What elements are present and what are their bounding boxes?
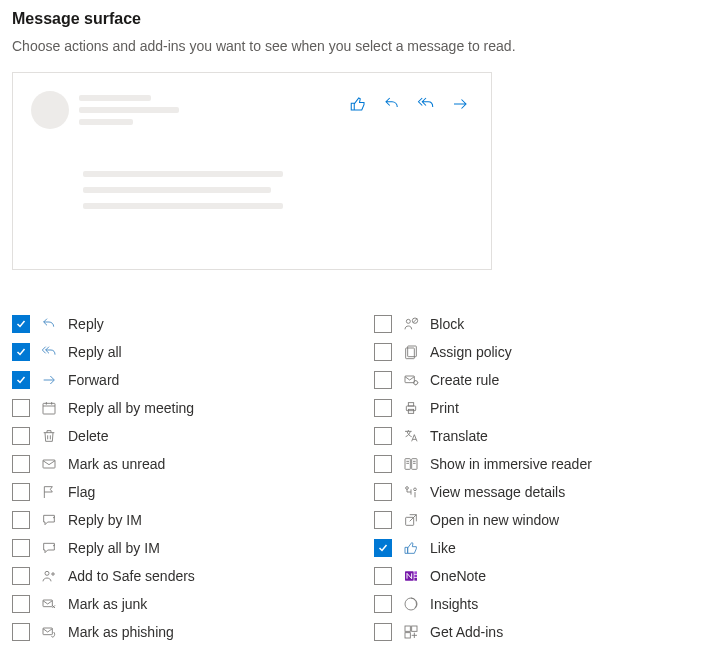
action-row-immersive[interactable]: Show in immersive reader (374, 450, 704, 478)
action-row-onenote[interactable]: OneNote (374, 562, 704, 590)
action-label: Translate (430, 428, 488, 444)
checkbox-create-rule[interactable] (374, 371, 392, 389)
action-label: Mark as phishing (68, 624, 174, 640)
action-label: Reply all by IM (68, 540, 160, 556)
action-label: Mark as junk (68, 596, 147, 612)
checkbox-reply-all[interactable] (12, 343, 30, 361)
reply-icon (383, 95, 401, 117)
action-row-get-addins[interactable]: Get Add-ins (374, 618, 704, 646)
checkbox-mark-junk[interactable] (12, 595, 30, 613)
action-label: Reply all (68, 344, 122, 360)
action-row-insights[interactable]: Insights (374, 590, 704, 618)
checkbox-reply-meeting[interactable] (12, 399, 30, 417)
action-row-flag[interactable]: Flag (12, 478, 342, 506)
action-row-mark-unread[interactable]: Mark as unread (12, 450, 342, 478)
checkbox-like[interactable] (374, 539, 392, 557)
phishing-icon (40, 623, 58, 641)
action-label: Open in new window (430, 512, 559, 528)
reply-icon (40, 315, 58, 333)
action-row-forward[interactable]: Forward (12, 366, 342, 394)
action-label: Assign policy (430, 344, 512, 360)
flag-icon (40, 483, 58, 501)
action-label: Reply (68, 316, 104, 332)
print-icon (402, 399, 420, 417)
details-icon (402, 483, 420, 501)
addins-icon (402, 623, 420, 641)
action-label: Mark as unread (68, 456, 165, 472)
action-label: Insights (430, 596, 478, 612)
forward-icon (40, 371, 58, 389)
action-row-assign-policy[interactable]: Assign policy (374, 338, 704, 366)
checkbox-immersive[interactable] (374, 455, 392, 473)
action-row-reply-all[interactable]: Reply all (12, 338, 342, 366)
block-icon (402, 315, 420, 333)
action-label: View message details (430, 484, 565, 500)
like-icon (402, 539, 420, 557)
checkbox-reply-im[interactable] (12, 511, 30, 529)
action-label: Print (430, 400, 459, 416)
action-row-mark-junk[interactable]: Mark as junk (12, 590, 342, 618)
reader-icon (402, 455, 420, 473)
like-icon (349, 95, 367, 117)
checkbox-assign-policy[interactable] (374, 343, 392, 361)
action-row-print[interactable]: Print (374, 394, 704, 422)
checkbox-reply-all-im[interactable] (12, 539, 30, 557)
checkbox-new-window[interactable] (374, 511, 392, 529)
checkbox-delete[interactable] (12, 427, 30, 445)
action-row-delete[interactable]: Delete (12, 422, 342, 450)
skeleton-line (79, 95, 151, 101)
checkbox-safe-senders[interactable] (12, 567, 30, 585)
policy-icon (402, 343, 420, 361)
im-icon (40, 511, 58, 529)
action-row-reply-all-im[interactable]: Reply all by IM (12, 534, 342, 562)
action-row-safe-senders[interactable]: Add to Safe senders (12, 562, 342, 590)
checkbox-block[interactable] (374, 315, 392, 333)
preview-toolbar (349, 95, 469, 117)
action-label: Add to Safe senders (68, 568, 195, 584)
calendar-icon (40, 399, 58, 417)
action-label: Get Add-ins (430, 624, 503, 640)
checkbox-mark-unread[interactable] (12, 455, 30, 473)
action-label: Reply all by meeting (68, 400, 194, 416)
action-row-mark-phishing[interactable]: Mark as phishing (12, 618, 342, 646)
trash-icon (40, 427, 58, 445)
skeleton-line (83, 203, 283, 209)
checkbox-mark-phishing[interactable] (12, 623, 30, 641)
action-row-new-window[interactable]: Open in new window (374, 506, 704, 534)
action-label: Flag (68, 484, 95, 500)
im-icon (40, 539, 58, 557)
translate-icon (402, 427, 420, 445)
checkbox-flag[interactable] (12, 483, 30, 501)
rule-icon (402, 371, 420, 389)
checkbox-onenote[interactable] (374, 567, 392, 585)
page-subtitle: Choose actions and add-ins you want to s… (12, 38, 716, 54)
action-label: Delete (68, 428, 108, 444)
avatar-placeholder (31, 91, 69, 129)
checkbox-view-details[interactable] (374, 483, 392, 501)
checkbox-get-addins[interactable] (374, 623, 392, 641)
checkbox-forward[interactable] (12, 371, 30, 389)
checkbox-translate[interactable] (374, 427, 392, 445)
action-row-view-details[interactable]: View message details (374, 478, 704, 506)
action-row-create-rule[interactable]: Create rule (374, 366, 704, 394)
skeleton-line (83, 171, 283, 177)
action-label: Block (430, 316, 464, 332)
checkbox-insights[interactable] (374, 595, 392, 613)
page-title: Message surface (12, 10, 716, 28)
checkbox-print[interactable] (374, 399, 392, 417)
action-label: Like (430, 540, 456, 556)
action-row-translate[interactable]: Translate (374, 422, 704, 450)
message-preview (12, 72, 492, 270)
action-row-reply-meeting[interactable]: Reply all by meeting (12, 394, 342, 422)
action-label: Reply by IM (68, 512, 142, 528)
junk-icon (40, 595, 58, 613)
checkbox-reply[interactable] (12, 315, 30, 333)
action-row-reply[interactable]: Reply (12, 310, 342, 338)
action-row-like[interactable]: Like (374, 534, 704, 562)
reply-all-icon (417, 95, 435, 117)
forward-icon (451, 95, 469, 117)
insights-icon (402, 595, 420, 613)
action-row-reply-im[interactable]: Reply by IM (12, 506, 342, 534)
skeleton-line (79, 119, 133, 125)
action-row-block[interactable]: Block (374, 310, 704, 338)
